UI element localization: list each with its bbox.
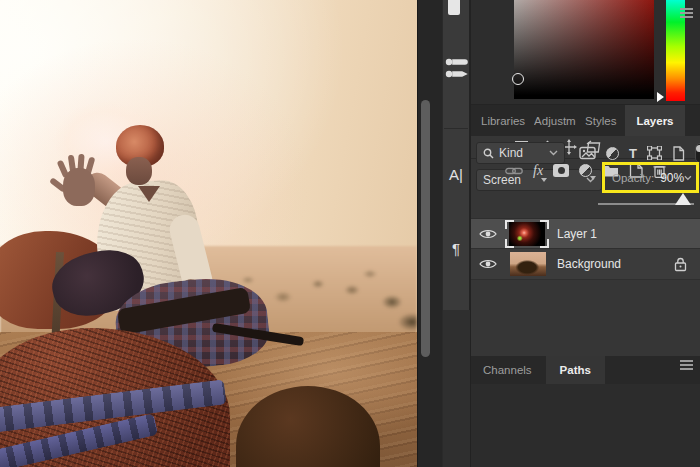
tab-paths[interactable]: Paths xyxy=(546,356,605,384)
layer-style-fx-icon[interactable]: fx xyxy=(533,163,543,179)
color-picker-panel xyxy=(471,0,700,105)
panel-stack: Libraries Adjustme Styles Layers Kind xyxy=(470,0,700,467)
hue-slider-arrow[interactable] xyxy=(657,92,664,102)
layer-row-layer1[interactable]: Layer 1 xyxy=(471,218,700,248)
opacity-control-highlighted[interactable]: Opacity: 90% xyxy=(602,162,699,193)
tab-adjustments[interactable]: Adjustme xyxy=(534,115,576,127)
tab-styles[interactable]: Styles xyxy=(585,115,616,127)
dock-divider xyxy=(444,128,468,129)
vertical-scrollbar-thumb[interactable] xyxy=(421,100,430,357)
filter-shape-layers-icon[interactable] xyxy=(647,146,662,160)
layer1-name: Layer 1 xyxy=(557,227,700,241)
layer-filter-icons: T xyxy=(569,142,700,164)
dock-lower-area xyxy=(443,310,470,467)
paragraph-panel-icon[interactable]: ¶ xyxy=(442,240,470,257)
tab-layers[interactable]: Layers xyxy=(625,105,684,136)
color-sample-cursor[interactable] xyxy=(512,73,524,85)
photoshop-window: A| ¶ Libraries Adjustme Styles Layers xyxy=(0,0,700,467)
character-panel-icon[interactable]: A| xyxy=(442,166,470,183)
photo-man-vneck xyxy=(138,186,160,202)
search-icon xyxy=(483,148,494,159)
add-layer-mask-icon[interactable] xyxy=(553,164,569,177)
layers-panel-menu-icon[interactable] xyxy=(680,8,693,10)
background-name: Background xyxy=(557,257,674,271)
paths-panel-menu-icon[interactable] xyxy=(680,360,693,362)
photo-man-face xyxy=(126,157,152,185)
opacity-label[interactable]: Opacity: xyxy=(612,172,654,184)
add-adjustment-layer-icon[interactable] xyxy=(579,164,592,177)
filter-type-layers-icon[interactable]: T xyxy=(629,146,637,161)
paths-panel-body xyxy=(471,384,700,467)
tab-libraries[interactable]: Libraries xyxy=(481,115,525,127)
opacity-value[interactable]: 90% xyxy=(660,171,684,185)
layer1-thumbnail-image xyxy=(509,222,545,246)
background-thumbnail-image[interactable] xyxy=(510,252,546,276)
brush-settings-icon[interactable] xyxy=(443,55,471,91)
visibility-eye-icon[interactable] xyxy=(471,228,505,240)
layer-row-background[interactable]: Background xyxy=(471,248,700,280)
filter-kind-dropdown[interactable]: Kind xyxy=(476,142,565,164)
chevron-down-icon xyxy=(549,150,558,156)
filter-pixel-layers-icon[interactable] xyxy=(579,146,596,160)
visibility-eye-icon[interactable] xyxy=(471,258,505,270)
filter-smart-object-icon[interactable] xyxy=(672,146,685,161)
tab-channels[interactable]: Channels xyxy=(483,364,532,376)
background-lock-icon[interactable] xyxy=(674,257,687,272)
photo-man-hand xyxy=(63,168,95,206)
filter-adjustment-layers-icon[interactable] xyxy=(606,147,619,160)
chevron-down-icon[interactable] xyxy=(684,175,692,181)
layers-panel-body: Kind T xyxy=(471,136,700,356)
document-canvas[interactable] xyxy=(0,0,417,467)
opacity-slider-thumb[interactable] xyxy=(675,193,691,205)
link-layers-icon[interactable] xyxy=(505,166,523,176)
saturation-brightness-field[interactable] xyxy=(514,0,654,99)
channels-paths-tabbar: Channels Paths xyxy=(471,356,700,384)
hue-slider[interactable] xyxy=(666,0,685,101)
clone-source-icon[interactable] xyxy=(448,0,460,15)
layer1-thumbnail-selected[interactable] xyxy=(505,220,549,248)
kind-label: Kind xyxy=(499,146,523,160)
layers-panel-tabbar: Libraries Adjustme Styles Layers xyxy=(471,105,700,136)
filter-toggle-switch[interactable] xyxy=(695,143,700,163)
